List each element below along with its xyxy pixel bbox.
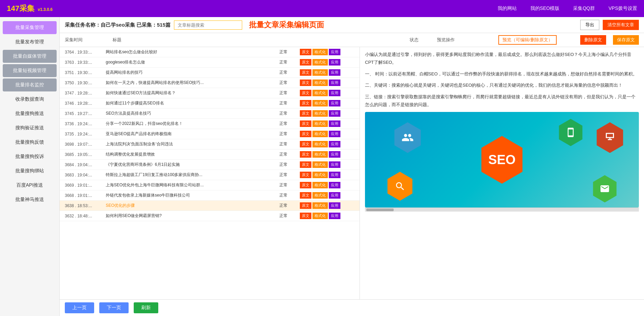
table-row[interactable]: 3685 . 19:05:... 结构调整优化发展提质增效 正常 原文 格式化 … [60,149,360,160]
table-row[interactable]: 3751 . 19:30:... 提高网站排名的技巧 正常 原文 格式化 应用 [60,68,360,78]
top-nav: 我的网站 我的SEO模版 采集QQ群 VPS拨号设置 [498,5,637,12]
btn-geishi-9[interactable]: 格式化 [312,141,328,147]
sidebar: 批量采集管理 批量发布管理 批量自媒体管理 批量短视频管理 批量排名监控 收录数… [0,17,60,316]
btn-yingyu-14[interactable]: 应用 [329,192,340,199]
preview-editable-label[interactable]: 预览（可编辑/删除原文） [498,35,557,45]
btn-yuanwen-1[interactable]: 原文 [300,59,311,66]
delete-original-button[interactable]: 删除原文 [580,35,606,45]
save-original-button[interactable]: 保存原文 [613,35,639,45]
btn-yuanwen-16[interactable]: 原文 [300,213,311,219]
btn-yuanwen-7[interactable]: 原文 [300,120,311,127]
btn-yingyu-10[interactable]: 应用 [329,151,340,158]
scrollbar-thumb[interactable] [366,209,394,211]
btn-yuanwen-5[interactable]: 原文 [300,100,311,106]
btn-yingyu-7[interactable]: 应用 [329,120,340,127]
nav-qq-group[interactable]: 采集QQ群 [573,5,595,12]
table-row[interactable]: 3747 . 19:28:... 如何快速通过SEO方法提高网站排名？ 正常 原… [60,88,360,98]
sidebar-item-record-query[interactable]: 收录数据查询 [3,93,57,106]
header: 147采集 v1.3.0.6 我的网站 我的SEO模版 采集QQ群 VPS拨号设… [0,0,644,17]
horizontal-scrollbar[interactable] [365,207,639,212]
btn-geishi-4[interactable]: 格式化 [312,90,328,96]
refresh-button[interactable]: 刷新 [134,302,158,313]
export-button[interactable]: 导出 [580,20,599,30]
btn-yuanwen-4[interactable]: 原文 [300,90,311,96]
btn-yingyu-0[interactable]: 应用 [329,49,340,55]
btn-yingyu-11[interactable]: 应用 [329,161,340,168]
btn-geishi-10[interactable]: 格式化 [312,151,328,158]
btn-yingyu-5[interactable]: 应用 [329,100,340,106]
sidebar-item-batch-sougou-push[interactable]: 批量搜狗推送 [3,107,57,120]
btn-yingyu-6[interactable]: 应用 [329,110,340,117]
sidebar-item-sougou-verify[interactable]: 搜狗验证推送 [3,121,57,134]
sidebar-item-batch-publish[interactable]: 批量发布管理 [3,35,57,48]
sidebar-item-batch-media[interactable]: 批量自媒体管理 [3,50,57,63]
btn-geishi-11[interactable]: 格式化 [312,161,328,168]
table-row[interactable]: 3735 . 19:24:... 亚马逊SEO提高产品排名的终极指南 正常 原文… [60,129,360,139]
btn-geishi-14[interactable]: 格式化 [312,192,328,199]
btn-yingyu-3[interactable]: 应用 [329,80,340,86]
btn-geishi-1[interactable]: 格式化 [312,59,328,66]
sidebar-item-batch-shenma[interactable]: 批量神马推送 [3,193,57,206]
btn-yingyu-16[interactable]: 应用 [329,213,340,219]
table-row[interactable]: 3698 . 19:07:... 上海法院判决'负面压制业务'合同违法 正常 原… [60,139,360,149]
btn-yuanwen-12[interactable]: 原文 [300,172,311,178]
btn-yingyu-8[interactable]: 应用 [329,131,340,137]
btn-yuanwen-11[interactable]: 原文 [300,161,311,168]
btn-yuanwen-13[interactable]: 原文 [300,182,311,188]
btn-geishi-13[interactable]: 格式化 [312,182,328,188]
table-row[interactable]: 3683 . 19:04:... 特斯拉上海超级工厂19日复工推动100多家供应… [60,170,360,180]
table-row[interactable]: 3763 . 19:33:... googleseo排名怎么做 正常 原文 格式… [60,57,360,68]
table-row[interactable]: 3684 . 19:04:... 《宁夏优化营商环境条例》6月1日起实施 正常 … [60,160,360,170]
nav-seo-template[interactable]: 我的SEO模版 [530,5,560,12]
table-row[interactable]: 3638 . 18:53:... SEO优化的步骤 正常 原文 格式化 应用 [60,201,360,211]
table-row[interactable]: 3750 . 19:30:... 如何在一天之内，快速提高网站排名的使用SEO技… [60,78,360,88]
btn-geishi-8[interactable]: 格式化 [312,131,328,137]
btn-geishi-7[interactable]: 格式化 [312,120,328,127]
btn-geishi-6[interactable]: 格式化 [312,110,328,117]
table-row[interactable]: 3632 . 18:48:... 如何利用SEO做全网霸屏营销? 正常 原文 格… [60,211,360,221]
sidebar-item-batch-sougou-feedback[interactable]: 批量搜狗反馈 [3,136,57,149]
table-row[interactable]: 3764 . 19:33:... 网站排名seo怎么做会比较好 正常 原文 格式… [60,47,360,57]
btn-yuanwen-15[interactable]: 原文 [300,202,311,209]
nav-mysite[interactable]: 我的网站 [498,5,517,12]
clear-all-button[interactable]: 清空所有文章 [603,20,639,30]
search-input[interactable] [174,20,242,30]
btn-yingyu-15[interactable]: 应用 [329,202,340,209]
btn-yingyu-1[interactable]: 应用 [329,59,340,66]
prev-page-button[interactable]: 上一页 [65,302,94,313]
btn-geishi-3[interactable]: 格式化 [312,80,328,86]
btn-yingyu-4[interactable]: 应用 [329,90,340,96]
row-actions: 原文 格式化 应用 [300,213,354,219]
sidebar-item-baidu-api[interactable]: 百度API推送 [3,179,57,192]
btn-geishi-2[interactable]: 格式化 [312,69,328,76]
sidebar-item-batch-video[interactable]: 批量短视频管理 [3,64,57,77]
btn-yuanwen-2[interactable]: 原文 [300,69,311,76]
sidebar-item-batch-collect[interactable]: 批量采集管理 [3,21,57,34]
table-row[interactable]: 3668 . 19:01:... 外链代发包收录上海新媒体seo牛巨微科技公司 … [60,190,360,201]
sidebar-item-batch-sougou-complaint[interactable]: 批量搜狗投诉 [3,150,57,163]
btn-geishi-0[interactable]: 格式化 [312,49,328,55]
table-row[interactable]: 3745 . 19:27:... SEO方法及提高排名技巧 正常 原文 格式化 … [60,109,360,119]
btn-yuanwen-9[interactable]: 原文 [300,141,311,147]
btn-geishi-15[interactable]: 格式化 [312,202,328,209]
sidebar-item-batch-rank[interactable]: 批量排名监控 [3,78,57,91]
next-page-button[interactable]: 下一页 [99,302,129,313]
nav-vps[interactable]: VPS拨号设置 [609,5,637,12]
sidebar-item-batch-sougou-bind[interactable]: 批量搜狗绑站 [3,164,57,177]
btn-yingyu-12[interactable]: 应用 [329,172,340,178]
btn-yingyu-9[interactable]: 应用 [329,141,340,147]
btn-yuanwen-6[interactable]: 原文 [300,110,311,117]
btn-yuanwen-10[interactable]: 原文 [300,151,311,158]
btn-geishi-12[interactable]: 格式化 [312,172,328,178]
btn-yingyu-13[interactable]: 应用 [329,182,340,188]
btn-yingyu-2[interactable]: 应用 [329,69,340,76]
btn-yuanwen-14[interactable]: 原文 [300,192,311,199]
btn-geishi-5[interactable]: 格式化 [312,100,328,106]
table-row[interactable]: 3669 . 19:01:... 上海SEO优化外包上海牛巨微网络科技有限公司站… [60,180,360,190]
btn-geishi-16[interactable]: 格式化 [312,213,328,219]
btn-yuanwen-8[interactable]: 原文 [300,131,311,137]
table-row[interactable]: 3746 . 19:28:... 如何通过11个步骤提高SEO排名 正常 原文 … [60,98,360,109]
btn-yuanwen-3[interactable]: 原文 [300,80,311,86]
btn-yuanwen-0[interactable]: 原文 [300,49,311,55]
table-row[interactable]: 3736 . 19:24:... 分享一个2022新风口，抖音seo优化排名！ … [60,119,360,129]
